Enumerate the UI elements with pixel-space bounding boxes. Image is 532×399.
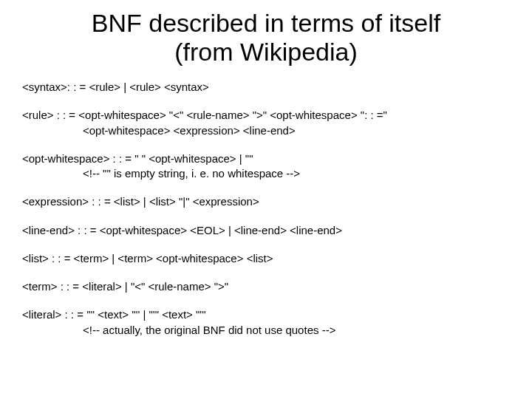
rule-rule-line2: <opt-whitespace> <expression> <line-end> [83,123,510,138]
rule-literal: <literal> : : = '"' <text> '"' | "'" <te… [22,307,510,338]
title-line-1: BNF described in terms of itself [92,9,440,37]
rule-rule: <rule> : : = <opt-whitespace> "<" <rule-… [22,108,510,138]
rule-list: <list> : : = <term> | <term> <opt-whites… [22,251,510,266]
rule-expression: <expression> : : = <list> | <list> "|" <… [22,194,510,209]
rule-opt-whitespace-comment: <!-- "" is empty string, i. e. no whites… [83,166,510,181]
rule-term: <term> : : = <literal> | "<" <rule-name>… [22,279,510,294]
slide-title: BNF described in terms of itself (from W… [22,9,510,66]
rule-opt-whitespace: <opt-whitespace> : : = " " <opt-whitespa… [22,151,510,182]
rule-opt-whitespace-line1: <opt-whitespace> : : = " " <opt-whitespa… [22,151,510,166]
slide: BNF described in terms of itself (from W… [0,0,532,358]
rule-line-end: <line-end> : : = <opt-whitespace> <EOL> … [22,223,510,238]
rule-literal-line1: <literal> : : = '"' <text> '"' | "'" <te… [22,307,510,322]
title-line-2: (from Wikipedia) [174,38,357,66]
rule-rule-line1: <rule> : : = <opt-whitespace> "<" <rule-… [22,108,510,123]
rule-literal-comment: <!-- actually, the original BNF did not … [83,323,510,338]
rule-syntax: <syntax>: : = <rule> | <rule> <syntax> [22,80,510,95]
